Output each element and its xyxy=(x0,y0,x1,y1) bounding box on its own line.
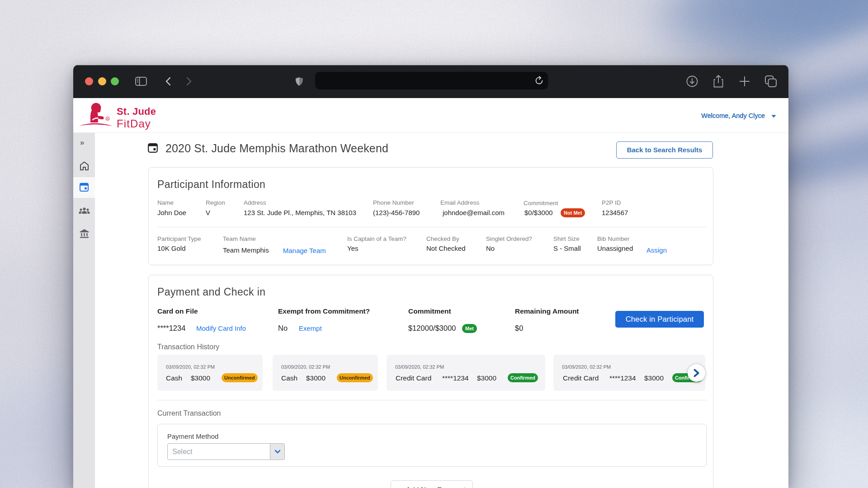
svg-text:R: R xyxy=(107,117,108,120)
